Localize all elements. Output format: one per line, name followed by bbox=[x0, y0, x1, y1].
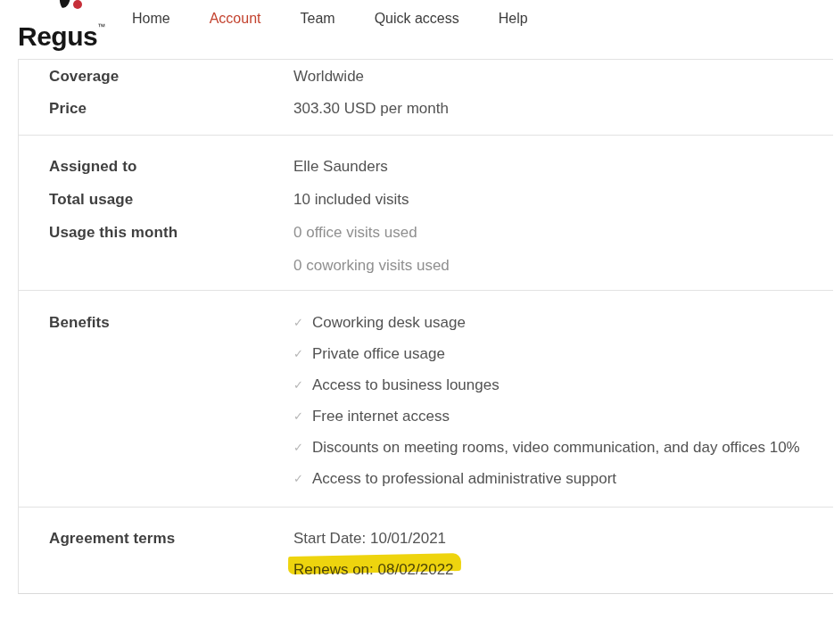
section-benefits: Benefits ✓ Coworking desk usage ✓ Privat… bbox=[19, 290, 833, 507]
benefit-item: ✓ Access to business lounges bbox=[293, 376, 500, 394]
total-usage-value: 10 included visits bbox=[293, 191, 409, 208]
benefit-item: ✓ Access to professional administrative … bbox=[293, 470, 616, 488]
coworking-visits-used-value: 0 coworking visits used bbox=[293, 257, 450, 274]
usage-this-month-label: Usage this month bbox=[49, 224, 293, 241]
assigned-to-value: Elle Saunders bbox=[293, 158, 388, 175]
logo-wordmark: Regus™ bbox=[18, 12, 105, 51]
benefit-text: Free internet access bbox=[312, 408, 450, 425]
benefit-text: Private office usage bbox=[312, 345, 445, 362]
assigned-to-row: Assigned to Elle Saunders bbox=[49, 158, 833, 175]
start-date-row: Agreement terms Start Date: 10/01/2021 bbox=[49, 530, 833, 547]
benefit-row: ✓ Access to professional administrative … bbox=[49, 470, 833, 488]
price-label: Price bbox=[49, 100, 293, 117]
membership-details-card: Coverage Worldwide Price 303.30 USD per … bbox=[18, 59, 833, 594]
regus-logo[interactable]: Regus™ bbox=[18, 0, 116, 48]
benefit-text: Access to professional administrative su… bbox=[312, 470, 616, 487]
coverage-value: Worldwide bbox=[293, 68, 364, 85]
usage-this-month-row: Usage this month 0 office visits used bbox=[49, 224, 833, 241]
main-nav: Home Account Team Quick access Help bbox=[132, 10, 528, 28]
trademark-symbol: ™ bbox=[97, 22, 105, 31]
renews-on-highlighted: Renews on: 08/02/2022 bbox=[293, 561, 454, 578]
total-usage-label: Total usage bbox=[49, 191, 293, 208]
nav-item-team[interactable]: Team bbox=[301, 10, 335, 28]
regus-logo-mark-icon bbox=[59, 0, 87, 11]
benefit-row: Benefits ✓ Coworking desk usage bbox=[49, 314, 833, 332]
check-icon: ✓ bbox=[293, 470, 303, 487]
total-usage-row: Total usage 10 included visits bbox=[49, 191, 833, 208]
usage-this-month-row-2: 0 coworking visits used bbox=[49, 257, 833, 274]
benefit-text: Discounts on meeting rooms, video commun… bbox=[312, 439, 800, 456]
benefit-row: ✓ Free internet access bbox=[49, 408, 833, 425]
section-coverage-price: Coverage Worldwide Price 303.30 USD per … bbox=[19, 60, 833, 135]
nav-item-account[interactable]: Account bbox=[210, 10, 261, 28]
benefit-text: Coworking desk usage bbox=[312, 314, 466, 331]
benefit-item: ✓ Discounts on meeting rooms, video comm… bbox=[293, 439, 800, 457]
nav-item-help[interactable]: Help bbox=[499, 10, 528, 28]
price-value: 303.30 USD per month bbox=[293, 100, 449, 117]
check-icon: ✓ bbox=[293, 439, 303, 456]
section-usage: Assigned to Elle Saunders Total usage 10… bbox=[19, 135, 833, 290]
check-icon: ✓ bbox=[293, 376, 303, 393]
check-icon: ✓ bbox=[293, 408, 303, 425]
agreement-terms-label: Agreement terms bbox=[49, 530, 293, 547]
check-icon: ✓ bbox=[293, 345, 303, 362]
coverage-row: Coverage Worldwide bbox=[49, 68, 833, 85]
nav-item-home[interactable]: Home bbox=[132, 10, 170, 28]
start-date-value: Start Date: 10/01/2021 bbox=[293, 530, 446, 547]
section-agreement-terms: Agreement terms Start Date: 10/01/2021 R… bbox=[19, 507, 833, 595]
price-row: Price 303.30 USD per month bbox=[49, 100, 833, 117]
benefit-row: ✓ Discounts on meeting rooms, video comm… bbox=[49, 439, 833, 457]
renews-on-row: Renews on: 08/02/2022 bbox=[49, 561, 833, 578]
nav-item-quick-access[interactable]: Quick access bbox=[375, 10, 459, 28]
benefit-item: ✓ Private office usage bbox=[293, 345, 445, 363]
benefit-text: Access to business lounges bbox=[312, 376, 500, 393]
benefits-label: Benefits bbox=[49, 314, 293, 331]
top-navigation-bar: Regus™ Home Account Team Quick access He… bbox=[0, 0, 834, 57]
benefit-row: ✓ Access to business lounges bbox=[49, 376, 833, 394]
benefit-item: ✓ Coworking desk usage bbox=[293, 314, 466, 332]
check-icon: ✓ bbox=[293, 314, 303, 331]
assigned-to-label: Assigned to bbox=[49, 158, 293, 175]
renews-on-value: Renews on: 08/02/2022 bbox=[293, 561, 454, 578]
benefit-item: ✓ Free internet access bbox=[293, 408, 450, 425]
office-visits-used-value: 0 office visits used bbox=[293, 224, 417, 241]
benefit-row: ✓ Private office usage bbox=[49, 345, 833, 363]
coverage-label: Coverage bbox=[49, 68, 293, 85]
